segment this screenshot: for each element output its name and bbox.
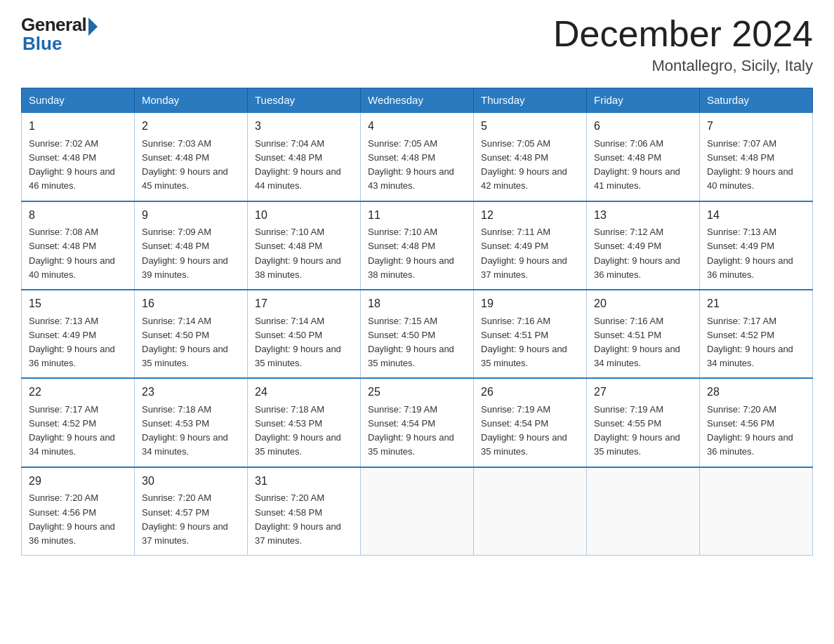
sunset-text: Sunset: 4:48 PM [707, 152, 774, 163]
calendar-cell: 30 Sunrise: 7:20 AM Sunset: 4:57 PM Dayl… [135, 467, 248, 556]
location-title: Montallegro, Sicily, Italy [553, 57, 813, 75]
sunrise-text: Sunrise: 7:20 AM [707, 404, 776, 415]
daylight-text: Daylight: 9 hours and 38 minutes. [255, 255, 341, 280]
day-number: 3 [255, 118, 353, 135]
calendar-cell: 28 Sunrise: 7:20 AM Sunset: 4:56 PM Dayl… [700, 378, 813, 467]
sunset-text: Sunset: 4:48 PM [255, 241, 322, 251]
sunrise-text: Sunrise: 7:19 AM [594, 404, 663, 415]
calendar-week-row: 29 Sunrise: 7:20 AM Sunset: 4:56 PM Dayl… [22, 467, 813, 556]
daylight-text: Daylight: 9 hours and 37 minutes. [255, 521, 341, 546]
calendar-cell: 5 Sunrise: 7:05 AM Sunset: 4:48 PM Dayli… [474, 112, 587, 201]
calendar-cell: 9 Sunrise: 7:09 AM Sunset: 4:48 PM Dayli… [135, 201, 248, 290]
calendar-cell: 23 Sunrise: 7:18 AM Sunset: 4:53 PM Dayl… [135, 378, 248, 467]
sunset-text: Sunset: 4:48 PM [29, 241, 96, 251]
month-title: December 2024 [553, 14, 813, 54]
day-number: 23 [142, 384, 240, 401]
sunset-text: Sunset: 4:48 PM [142, 152, 209, 163]
sunrise-text: Sunrise: 7:14 AM [142, 316, 211, 326]
weekday-header-friday: Friday [587, 88, 700, 113]
sunrise-text: Sunrise: 7:05 AM [368, 138, 437, 149]
calendar-week-row: 15 Sunrise: 7:13 AM Sunset: 4:49 PM Dayl… [22, 290, 813, 378]
daylight-text: Daylight: 9 hours and 39 minutes. [142, 255, 228, 280]
calendar-cell: 18 Sunrise: 7:15 AM Sunset: 4:50 PM Dayl… [361, 290, 474, 378]
day-number: 6 [594, 118, 692, 135]
daylight-text: Daylight: 9 hours and 34 minutes. [142, 432, 228, 457]
daylight-text: Daylight: 9 hours and 35 minutes. [368, 432, 454, 457]
weekday-header-monday: Monday [135, 88, 248, 113]
daylight-text: Daylight: 9 hours and 35 minutes. [481, 344, 567, 368]
day-number: 31 [255, 473, 353, 490]
sunset-text: Sunset: 4:56 PM [29, 507, 96, 518]
sunrise-text: Sunrise: 7:11 AM [481, 227, 550, 237]
sunset-text: Sunset: 4:51 PM [594, 330, 661, 340]
day-number: 25 [368, 384, 466, 401]
calendar-cell: 26 Sunrise: 7:19 AM Sunset: 4:54 PM Dayl… [474, 378, 587, 467]
daylight-text: Daylight: 9 hours and 40 minutes. [707, 166, 793, 191]
sunrise-text: Sunrise: 7:05 AM [481, 138, 550, 149]
sunrise-text: Sunrise: 7:04 AM [255, 138, 324, 149]
sunrise-text: Sunrise: 7:18 AM [142, 404, 211, 415]
logo-blue-text: Blue [22, 33, 62, 55]
sunrise-text: Sunrise: 7:16 AM [481, 316, 550, 326]
calendar-cell: 10 Sunrise: 7:10 AM Sunset: 4:48 PM Dayl… [248, 201, 361, 290]
sunrise-text: Sunrise: 7:07 AM [707, 138, 776, 149]
sunset-text: Sunset: 4:53 PM [255, 418, 322, 429]
title-block: December 2024 Montallegro, Sicily, Italy [553, 14, 813, 75]
sunset-text: Sunset: 4:53 PM [142, 418, 209, 429]
sunrise-text: Sunrise: 7:13 AM [29, 316, 98, 326]
day-number: 29 [29, 473, 127, 490]
day-number: 1 [29, 118, 127, 135]
calendar-cell: 17 Sunrise: 7:14 AM Sunset: 4:50 PM Dayl… [248, 290, 361, 378]
sunrise-text: Sunrise: 7:17 AM [29, 404, 98, 415]
day-number: 17 [255, 295, 353, 313]
calendar-cell: 4 Sunrise: 7:05 AM Sunset: 4:48 PM Dayli… [361, 112, 474, 201]
logo: General Blue [21, 14, 98, 55]
daylight-text: Daylight: 9 hours and 35 minutes. [481, 432, 567, 457]
calendar-cell: 3 Sunrise: 7:04 AM Sunset: 4:48 PM Dayli… [248, 112, 361, 201]
sunrise-text: Sunrise: 7:14 AM [255, 316, 324, 326]
calendar-week-row: 22 Sunrise: 7:17 AM Sunset: 4:52 PM Dayl… [22, 378, 813, 467]
sunrise-text: Sunrise: 7:15 AM [368, 316, 437, 326]
sunset-text: Sunset: 4:48 PM [368, 241, 435, 251]
sunrise-text: Sunrise: 7:09 AM [142, 227, 211, 237]
sunrise-text: Sunrise: 7:03 AM [142, 138, 211, 149]
day-number: 24 [255, 384, 353, 401]
daylight-text: Daylight: 9 hours and 43 minutes. [368, 166, 454, 191]
sunrise-text: Sunrise: 7:19 AM [481, 404, 550, 415]
sunrise-text: Sunrise: 7:17 AM [707, 316, 776, 326]
sunset-text: Sunset: 4:57 PM [142, 507, 209, 518]
sunrise-text: Sunrise: 7:10 AM [255, 227, 324, 237]
sunset-text: Sunset: 4:48 PM [481, 152, 548, 163]
sunset-text: Sunset: 4:58 PM [255, 507, 322, 518]
sunrise-text: Sunrise: 7:13 AM [707, 227, 776, 237]
page-header: General Blue December 2024 Montallegro, … [21, 14, 813, 75]
weekday-header-sunday: Sunday [22, 88, 135, 113]
sunset-text: Sunset: 4:56 PM [707, 418, 774, 429]
calendar-cell: 19 Sunrise: 7:16 AM Sunset: 4:51 PM Dayl… [474, 290, 587, 378]
sunrise-text: Sunrise: 7:06 AM [594, 138, 663, 149]
day-number: 11 [368, 207, 466, 224]
sunset-text: Sunset: 4:48 PM [142, 241, 209, 251]
daylight-text: Daylight: 9 hours and 38 minutes. [368, 255, 454, 280]
sunset-text: Sunset: 4:50 PM [255, 330, 322, 340]
day-number: 10 [255, 207, 353, 224]
day-number: 18 [368, 295, 466, 313]
sunset-text: Sunset: 4:49 PM [29, 330, 96, 340]
day-number: 2 [142, 118, 240, 135]
calendar-cell: 29 Sunrise: 7:20 AM Sunset: 4:56 PM Dayl… [22, 467, 135, 556]
calendar-cell [587, 467, 700, 556]
day-number: 30 [142, 473, 240, 490]
calendar-table: SundayMondayTuesdayWednesdayThursdayFrid… [21, 88, 813, 556]
sunrise-text: Sunrise: 7:19 AM [368, 404, 437, 415]
day-number: 4 [368, 118, 466, 135]
weekday-header-row: SundayMondayTuesdayWednesdayThursdayFrid… [22, 88, 813, 113]
sunset-text: Sunset: 4:50 PM [142, 330, 209, 340]
day-number: 14 [707, 207, 805, 224]
calendar-cell: 21 Sunrise: 7:17 AM Sunset: 4:52 PM Dayl… [700, 290, 813, 378]
daylight-text: Daylight: 9 hours and 34 minutes. [594, 344, 680, 368]
daylight-text: Daylight: 9 hours and 36 minutes. [594, 255, 680, 280]
weekday-header-wednesday: Wednesday [361, 88, 474, 113]
day-number: 9 [142, 207, 240, 224]
daylight-text: Daylight: 9 hours and 45 minutes. [142, 166, 228, 191]
calendar-cell: 20 Sunrise: 7:16 AM Sunset: 4:51 PM Dayl… [587, 290, 700, 378]
